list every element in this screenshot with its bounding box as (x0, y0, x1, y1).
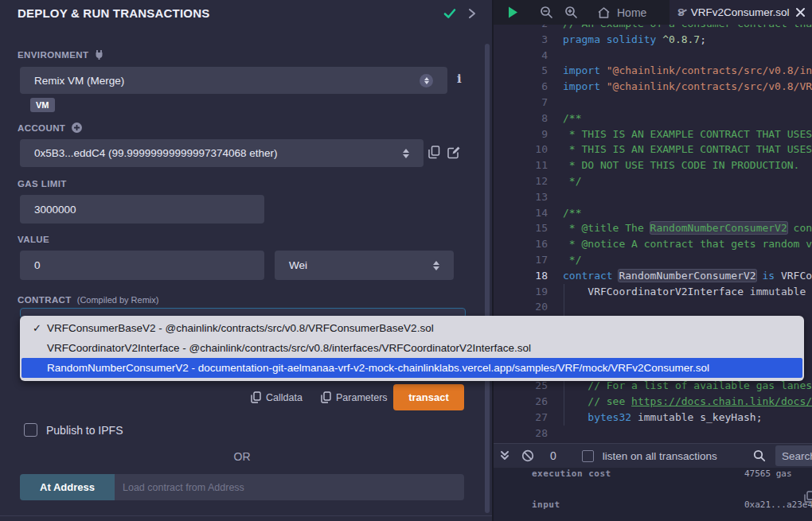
gas-limit-value: 3000000 (34, 204, 76, 216)
line-number: 19 (494, 284, 548, 300)
editor-panel: 2// An example of a consumer contract th… (494, 0, 812, 521)
calldata-button[interactable]: Calldata (251, 391, 303, 403)
environment-select[interactable]: Remix VM (Merge) (20, 67, 447, 94)
copy-account-icon[interactable] (428, 146, 440, 159)
contract-option[interactable]: ✓VRFConsumerBaseV2 - @chainlink/contract… (21, 318, 802, 338)
zoom-out-icon[interactable] (540, 6, 553, 19)
line-number: 18 (494, 268, 548, 284)
contract-option-label: RandomNumberConsumerV2 - documentation-g… (47, 362, 709, 374)
code-line[interactable]: 7 (494, 95, 812, 111)
code-line[interactable]: 26 // see https://docs.chain.link/docs/v… (494, 394, 812, 410)
code-line[interactable]: 12 */ (494, 173, 812, 189)
parameters-button[interactable]: Parameters (321, 391, 388, 403)
tab-home-label: Home (617, 6, 646, 19)
value-input[interactable]: 0 (20, 251, 264, 280)
publish-checkbox[interactable] (24, 423, 37, 437)
add-account-icon[interactable] (71, 122, 83, 134)
edit-account-icon[interactable] (447, 146, 461, 159)
listen-checkbox[interactable] (582, 450, 594, 462)
page-title: DEPLOY & RUN TRANSACTIONS (18, 6, 209, 20)
contract-option[interactable]: VRFCoordinatorV2Interface - @chainlink/c… (21, 338, 802, 358)
code-text (563, 189, 812, 205)
publish-to-ipfs: Publish to IPFS (24, 423, 123, 437)
copy-icon (251, 391, 261, 403)
code-line[interactable]: 28 (494, 426, 812, 441)
code-line[interactable]: 16 * @notice A contract that gets random… (494, 236, 812, 252)
code-text: // see https://docs.chain.link/docs/vrf-… (563, 394, 812, 410)
terminal-row-value: 47565 gas (744, 469, 792, 479)
code-line[interactable]: 15 * @title The RandomNumberConsumerV2 c… (494, 220, 812, 236)
value-unit: Wei (289, 259, 307, 271)
tab-home[interactable]: Home (588, 0, 656, 25)
code-line[interactable]: 19 VRFCoordinatorV2Interface immutable C… (494, 284, 812, 300)
account-select[interactable]: 0x5B3...eddC4 (99.99999999999997374068 e… (20, 139, 424, 167)
contract-dropdown-list: ✓VRFConsumerBaseV2 - @chainlink/contract… (20, 316, 804, 381)
code-line[interactable]: 18contract RandomNumberConsumerV2 is VRF… (494, 268, 812, 284)
code-line[interactable]: 10 * THIS IS AN EXAMPLE CONTRACT THAT US… (494, 142, 812, 157)
expand-terminal-icon[interactable] (500, 450, 509, 461)
or-separator: OR (20, 450, 464, 463)
value-unit-select[interactable]: Wei (275, 251, 454, 280)
line-number: 17 (494, 252, 548, 268)
divider (0, 515, 492, 516)
close-tab-icon[interactable] (795, 7, 806, 17)
contract-option[interactable]: RandomNumberConsumerV2 - documentation-g… (21, 358, 802, 378)
code-line[interactable]: 11 * DO NOT USE THIS CODE IN PRODUCTION. (494, 157, 812, 173)
at-address-input[interactable]: Load contract from Address (115, 474, 464, 500)
code-text (563, 426, 812, 441)
tab-vrfv2consumer[interactable]: S VRFv2Consumer.sol (670, 0, 812, 25)
copy-icon[interactable] (804, 491, 812, 503)
code-text (563, 299, 812, 315)
code-text: pragma solidity ^0.8.7; (563, 32, 812, 48)
solidity-icon: S (677, 6, 685, 18)
line-number: 9 (494, 126, 548, 142)
code-text: * @notice A contract that gets random va… (563, 236, 812, 252)
code-line[interactable]: 14/** (494, 205, 812, 221)
code-line[interactable]: 27 bytes32 immutable s_keyHash; (494, 410, 812, 426)
contract-sublabel: (Compiled by Remix) (77, 295, 159, 305)
play-icon[interactable] (507, 6, 519, 19)
code-text: * THIS IS AN EXAMPLE CONTRACT THAT USES … (563, 126, 812, 142)
environment-value: Remix VM (Merge) (34, 75, 124, 87)
copy-icon (321, 391, 331, 403)
info-icon[interactable]: i (457, 72, 462, 86)
line-number: 14 (494, 205, 548, 221)
zoom-in-icon[interactable] (564, 6, 578, 19)
code-text: * THIS IS AN EXAMPLE CONTRACT THAT USES … (563, 142, 812, 157)
code-text: /** (563, 111, 812, 126)
at-address-button[interactable]: At Address (20, 474, 115, 500)
code-line[interactable]: 3pragma solidity ^0.8.7; (494, 32, 812, 48)
check-icon: ✓ (33, 322, 47, 334)
transact-button[interactable]: transact (393, 384, 464, 410)
code-line[interactable]: 4 (494, 48, 812, 64)
search-icon (753, 449, 766, 462)
line-number: 20 (494, 299, 548, 315)
code-line[interactable]: 20 (494, 299, 812, 315)
environment-label: ENVIRONMENT (18, 49, 104, 60)
contract-option-label: VRFCoordinatorV2Interface - @chainlink/c… (47, 342, 531, 354)
code-line[interactable]: 13 (494, 189, 812, 205)
code-line[interactable]: 5import "@chainlink/contracts/src/v0.8/i… (494, 63, 812, 79)
clear-console-icon[interactable] (521, 449, 534, 462)
line-number: 15 (494, 220, 548, 236)
code-line[interactable]: 6import "@chainlink/contracts/src/v0.8/V… (494, 79, 812, 95)
gas-limit-label: GAS LIMIT (18, 179, 67, 189)
code-text: * DO NOT USE THIS CODE IN PRODUCTION. (563, 157, 812, 173)
chevron-updown-icon (420, 74, 433, 87)
account-label: ACCOUNT (18, 122, 83, 134)
line-number: 3 (494, 32, 548, 48)
code-text: /** (563, 205, 812, 221)
terminal-row-label: execution cost (532, 469, 611, 479)
panel-scrollbar[interactable] (485, 44, 490, 513)
code-line[interactable]: 8/** (494, 111, 812, 126)
code-line[interactable]: 9 * THIS IS AN EXAMPLE CONTRACT THAT USE… (494, 126, 812, 142)
terminal-search-input[interactable]: Search (775, 445, 812, 466)
chevron-right-icon[interactable] (468, 8, 476, 19)
chevron-updown-icon (433, 261, 439, 270)
code-text: */ (563, 252, 812, 268)
search-placeholder: Search (782, 450, 812, 462)
gas-limit-input[interactable]: 3000000 (20, 195, 264, 224)
line-number: 7 (494, 95, 548, 111)
terminal-toolbar: 0 listen on all transactions Search (494, 444, 812, 468)
code-line[interactable]: 17 */ (494, 252, 812, 268)
